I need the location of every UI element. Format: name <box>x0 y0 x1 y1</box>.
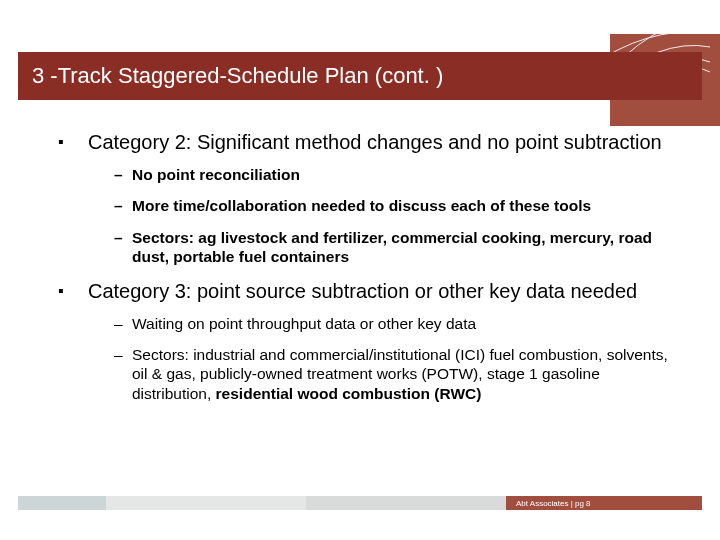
slide: 3 -Track Staggered-Schedule Plan (cont. … <box>0 0 720 540</box>
sub-items: No point reconciliation More time/collab… <box>58 163 678 267</box>
footer-label: Abt Associates | pg 8 <box>516 499 591 508</box>
bullet-level2: Waiting on point throughput data or othe… <box>114 314 678 333</box>
sub-items: Waiting on point throughput data or othe… <box>58 312 678 404</box>
slide-title: 3 -Track Staggered-Schedule Plan (cont. … <box>18 63 443 89</box>
footer-bar-3 <box>306 496 506 510</box>
bullet-text-bold: residential wood combustion (RWC) <box>216 385 482 402</box>
bullet-level2: Sectors: ag livestock and fertilizer, co… <box>114 228 678 267</box>
header-band: 3 -Track Staggered-Schedule Plan (cont. … <box>18 52 702 100</box>
slide-body: Category 2: Significant method changes a… <box>58 130 678 415</box>
footer-bar-2 <box>106 496 306 510</box>
bullet-block: Category 2: Significant method changes a… <box>58 130 678 267</box>
bullet-level2: More time/collaboration needed to discus… <box>114 196 678 215</box>
footer-bar-1 <box>18 496 106 510</box>
bullet-level1: Category 3: point source subtraction or … <box>58 279 678 304</box>
bullet-level2: Sectors: industrial and commercial/insti… <box>114 345 678 403</box>
footer-bar-brand: Abt Associates | pg 8 <box>506 496 702 510</box>
bullet-level2: No point reconciliation <box>114 165 678 184</box>
bullet-block: Category 3: point source subtraction or … <box>58 279 678 404</box>
bullet-level1: Category 2: Significant method changes a… <box>58 130 678 155</box>
